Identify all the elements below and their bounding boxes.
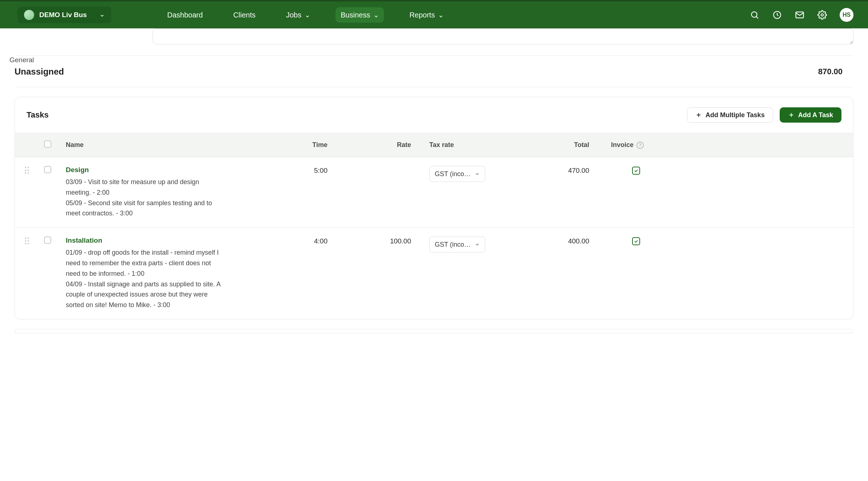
svg-point-0: [751, 12, 757, 17]
top-navbar: DEMO Liv Bus Dashboard Clients Jobs Busi…: [0, 1, 868, 28]
row-checkbox[interactable]: [44, 166, 51, 173]
help-icon[interactable]: ?: [636, 142, 644, 149]
task-rate: [327, 166, 411, 167]
section-total-wrap[interactable]: 870.00: [818, 67, 853, 76]
nav-label: Business: [341, 11, 370, 19]
column-name: Name: [66, 141, 248, 149]
tasks-actions: Add Multiple Tasks Add A Task: [687, 107, 841, 123]
nav-label: Reports: [409, 11, 435, 19]
user-avatar[interactable]: HS: [840, 8, 853, 22]
nav-label: Jobs: [286, 11, 301, 19]
task-time: 4:00: [248, 236, 327, 245]
org-selector[interactable]: DEMO Liv Bus: [17, 7, 111, 23]
nav-business[interactable]: Business: [335, 7, 384, 23]
task-rate: 100.00: [327, 236, 411, 245]
column-tax-rate: Tax rate: [411, 141, 495, 149]
chevron-down-icon: [848, 69, 853, 74]
chevron-down-icon: [475, 171, 480, 176]
task-row: Design 03/09 - Visit to site for measure…: [15, 157, 853, 228]
task-name-link[interactable]: Design: [66, 166, 248, 174]
general-label: General: [9, 56, 34, 64]
org-name: DEMO Liv Bus: [39, 11, 95, 19]
column-invoice: Invoice ?: [589, 141, 647, 149]
chevron-down-icon: [305, 12, 310, 17]
button-label: Add Multiple Tasks: [706, 111, 765, 119]
gear-icon[interactable]: [817, 10, 827, 20]
task-row: Installation 01/09 - drop off goods for …: [15, 228, 853, 319]
main-nav: Dashboard Clients Jobs Business Reports: [162, 7, 449, 23]
svg-point-13: [25, 172, 26, 174]
task-total: 470.00: [495, 166, 589, 175]
notes-row: General: [15, 28, 853, 44]
task-total: 400.00: [495, 236, 589, 245]
column-rate: Rate: [327, 141, 411, 149]
chevron-down-icon: [374, 12, 379, 17]
drag-handle-icon[interactable]: [22, 166, 44, 176]
tax-rate-select[interactable]: GST (income…: [429, 236, 485, 253]
tasks-table-header: Name Time Rate Tax rate Total Invoice ?: [15, 133, 853, 157]
svg-point-10: [28, 167, 29, 168]
mail-icon[interactable]: [795, 10, 805, 20]
svg-point-14: [28, 172, 29, 174]
task-description: 03/09 - Visit to site for measure up and…: [66, 177, 222, 219]
column-time: Time: [248, 141, 327, 149]
nav-label: Clients: [233, 11, 256, 19]
drag-handle-icon[interactable]: [22, 236, 44, 246]
svg-line-1: [756, 17, 758, 19]
task-time: 5:00: [248, 166, 327, 175]
search-icon[interactable]: [750, 10, 760, 20]
row-checkbox[interactable]: [44, 236, 51, 244]
next-card: [15, 329, 853, 333]
section-header: Unassigned 870.00: [15, 56, 853, 87]
tax-rate-select[interactable]: GST (income…: [429, 166, 485, 182]
nav-jobs[interactable]: Jobs: [281, 7, 315, 23]
nav-clients[interactable]: Clients: [228, 7, 261, 23]
svg-point-20: [28, 243, 29, 245]
tasks-title: Tasks: [27, 110, 49, 120]
invoice-checkbox[interactable]: [632, 237, 640, 245]
svg-point-16: [28, 238, 29, 239]
svg-point-11: [25, 170, 26, 171]
column-invoice-label: Invoice: [611, 141, 634, 149]
nav-label: Dashboard: [167, 11, 203, 19]
svg-point-12: [28, 170, 29, 171]
button-label: Add A Task: [798, 111, 833, 119]
tasks-card: Tasks Add Multiple Tasks Add A Task Name…: [15, 97, 853, 319]
chevron-down-icon: [475, 242, 480, 247]
task-name-link[interactable]: Installation: [66, 236, 248, 245]
invoice-checkbox[interactable]: [632, 167, 640, 175]
tax-rate-label: GST (income…: [435, 170, 471, 178]
section-total: 870.00: [818, 67, 843, 76]
column-total: Total: [495, 141, 589, 149]
svg-point-15: [25, 238, 26, 239]
select-all-checkbox[interactable]: [44, 140, 51, 148]
task-description: 01/09 - drop off goods for the install -…: [66, 247, 222, 310]
svg-point-18: [28, 240, 29, 242]
chevron-down-icon: [100, 12, 105, 17]
nav-dashboard[interactable]: Dashboard: [162, 7, 208, 23]
tasks-card-header: Tasks Add Multiple Tasks Add A Task: [15, 97, 853, 133]
add-task-button[interactable]: Add A Task: [780, 107, 841, 123]
tax-rate-label: GST (income…: [435, 241, 471, 249]
divider: [15, 87, 853, 87]
svg-point-17: [25, 240, 26, 242]
notes-textarea[interactable]: [153, 28, 853, 44]
svg-point-9: [25, 167, 26, 168]
section-title: Unassigned: [15, 67, 64, 77]
add-multiple-tasks-button[interactable]: Add Multiple Tasks: [687, 107, 773, 123]
svg-point-19: [25, 243, 26, 245]
chevron-down-icon: [438, 12, 443, 17]
clock-icon[interactable]: [772, 10, 782, 20]
org-avatar: [24, 10, 34, 20]
svg-point-4: [821, 14, 824, 16]
nav-reports[interactable]: Reports: [404, 7, 449, 23]
top-actions: HS: [750, 8, 853, 22]
